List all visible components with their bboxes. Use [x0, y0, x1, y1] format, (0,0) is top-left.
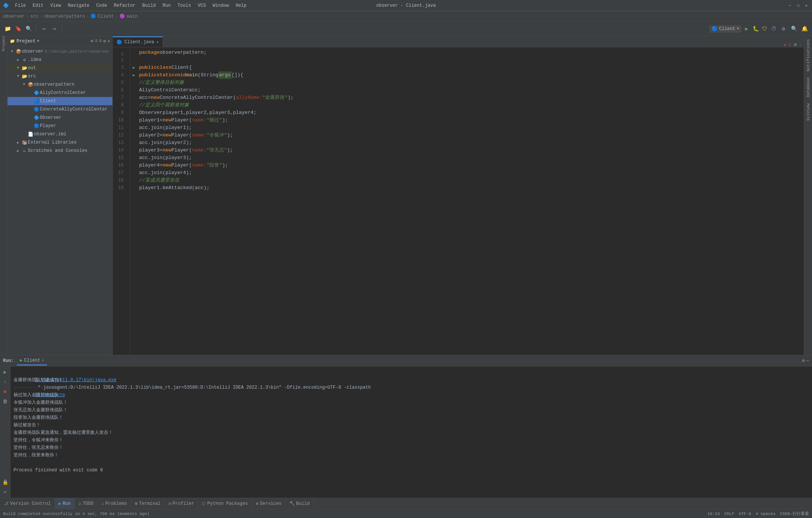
menu-item-file[interactable]: File [12, 2, 29, 9]
code-content[interactable]: package observerpattern; public class Cl… [138, 47, 804, 355]
close-button[interactable]: ✕ [804, 3, 809, 8]
code-line-14: player3 = new Player( name: "张无忌"); [138, 147, 804, 154]
status-branch[interactable]: CSDN·行行看看 [780, 511, 809, 516]
status-position[interactable]: 19:33 [707, 512, 720, 516]
run-config-arrow[interactable]: ▼ [737, 27, 739, 31]
locate-icon[interactable]: ⊕ [91, 38, 93, 44]
run-stop-button[interactable]: ■ [1, 388, 9, 396]
project-close-icon[interactable]: ✕ [108, 38, 110, 44]
breadcrumb-class[interactable]: Client [98, 14, 114, 19]
breadcrumb-src[interactable]: src [30, 14, 39, 19]
breadcrumb-method[interactable]: main [127, 14, 138, 19]
run-clear-button[interactable]: 🗑 [1, 397, 9, 406]
window-title: observer - Client.java [376, 3, 436, 8]
collapse-all-icon[interactable]: ≡ [99, 38, 102, 44]
profile-button[interactable]: ⏱ [770, 25, 777, 33]
toolbar-sep-1 [36, 25, 36, 33]
status-encoding[interactable]: CRLF [724, 512, 734, 516]
run-wrap-button[interactable]: ↩ [1, 488, 9, 496]
menu-item-code[interactable]: Code [93, 2, 110, 9]
tree-item-concrete[interactable]: 🔵 ConcreteAllyControlCenter [8, 105, 112, 114]
menu-item-vcs[interactable]: VCS [195, 2, 209, 9]
run-restart-button[interactable]: ▶ [1, 368, 9, 376]
tab-profiler[interactable]: ◷ Profiler [165, 498, 198, 509]
toolbar-search[interactable]: 🔍 [789, 24, 798, 33]
tab-problems-label: Problems [105, 501, 127, 506]
toolbar-settings[interactable]: ⚙ [779, 24, 788, 33]
toolbar-bookmark[interactable]: 🔖 [14, 24, 23, 33]
tree-item-root[interactable]: ▼ 📦 observer E:\design_pattern\observer [8, 47, 112, 56]
menu-item-window[interactable]: Window [210, 2, 232, 9]
menu-item-build[interactable]: Build [139, 2, 159, 9]
menu-item-navigate[interactable]: Navigate [65, 2, 92, 9]
tree-item-out[interactable]: ▼ 📂 out [8, 64, 112, 72]
project-icon[interactable]: Project [0, 38, 7, 49]
run-scroll-up-button[interactable]: ↑ [1, 378, 9, 386]
status-spaces[interactable]: 4 spaces [756, 512, 776, 516]
gutter-4[interactable]: ▶ [130, 71, 138, 79]
expand-all-icon[interactable]: ≡ [95, 38, 97, 44]
run-scroll-lock-button[interactable]: 🔒 [1, 478, 9, 486]
tab-python-packages[interactable]: ⬡ Python Packages [198, 498, 252, 509]
menu-item-edit[interactable]: Edit [30, 2, 47, 9]
tab-close-button[interactable]: ✕ [156, 40, 159, 44]
toolbar-find[interactable]: 🔍 [24, 24, 33, 33]
tree-item-player[interactable]: 🔵 Player [8, 122, 112, 130]
tree-item-ally[interactable]: 🔷 AllyControlCenter [8, 89, 112, 97]
notifications-panel-label[interactable]: Notifications [805, 36, 811, 74]
tree-item-iml[interactable]: 📄 observer.iml [8, 130, 112, 138]
title-bar: 🔷 FileEditViewNavigateCodeRefactorBuildR… [0, 0, 812, 11]
maximize-button[interactable]: ❐ [795, 3, 801, 8]
expand-editor-icon[interactable]: ⊞ [794, 42, 797, 47]
menu-item-run[interactable]: Run [159, 2, 174, 9]
tree-item-observer[interactable]: 🔷 Observer [8, 114, 112, 122]
sciview-panel-label[interactable]: SciView [805, 100, 811, 124]
breadcrumb-project[interactable]: observer [3, 14, 25, 19]
toolbar-notifications[interactable]: 🔔 [800, 24, 809, 33]
bottom-settings-icon[interactable]: ⚙ [802, 358, 805, 364]
editor-options-icon[interactable]: ⋮ [798, 42, 802, 47]
status-charset[interactable]: UTF-8 [739, 512, 751, 516]
run-button[interactable]: ▶ [743, 25, 750, 33]
client-label: Client [40, 98, 56, 104]
line-num-10: 10 [113, 117, 127, 124]
tab-version-control[interactable]: ⎇ Version Control [0, 498, 55, 509]
line-num-8: 8 [113, 101, 127, 109]
coverage-button[interactable]: 🛡 [761, 25, 768, 33]
toolbar-redo[interactable]: ↪ [50, 24, 59, 33]
minimize-button[interactable]: — [787, 3, 792, 8]
menu-item-tools[interactable]: Tools [174, 2, 194, 9]
run-config-name[interactable]: Client [719, 26, 735, 32]
tab-bar: 🔵 Client.java ✕ ▲ 1 ⊞ ⋮ [113, 36, 804, 47]
output-line-exit: Process finished with exit code 0 [14, 467, 809, 474]
tree-item-scratches[interactable]: ▶ ✏ Scratches and Consoles [8, 147, 112, 155]
debug-button[interactable]: 🐛 [752, 25, 759, 33]
gutter-3[interactable]: ▶ [130, 64, 138, 71]
line-num-6: 6 [113, 86, 127, 94]
tab-todo[interactable]: ☑ TODO [75, 498, 97, 509]
tree-item-src[interactable]: ▼ 📂 src [8, 72, 112, 80]
run-tab-client[interactable]: ▶ Client ✕ [17, 356, 47, 365]
database-panel-label[interactable]: Database [805, 74, 811, 100]
tree-item-extlib[interactable]: ▶ 📚 External Libraries [8, 138, 112, 147]
project-dropdown-arrow[interactable]: ▼ [37, 39, 39, 43]
tree-item-idea[interactable]: ▶ ⚙ .idea [8, 56, 112, 64]
menu-item-help[interactable]: Help [233, 2, 250, 9]
tree-item-client[interactable]: 🔵 Client [8, 97, 112, 105]
breadcrumb-package[interactable]: observerpattern [44, 14, 85, 19]
bottom-minimize-icon[interactable]: — [806, 358, 809, 364]
toolbar-project-view[interactable]: 📁 [3, 24, 12, 33]
tree-item-package[interactable]: ▼ 📦 observerpattern [8, 80, 112, 89]
tab-problems[interactable]: ⚠ Problems [98, 498, 131, 509]
tab-run[interactable]: ▶ Run [55, 498, 75, 509]
tab-services[interactable]: ⚙ Services [252, 498, 285, 509]
run-tab-close[interactable]: ✕ [42, 358, 44, 362]
project-settings-icon[interactable]: ⚙ [103, 38, 106, 44]
tab-terminal[interactable]: ⊞ Terminal [131, 498, 165, 509]
menu-item-view[interactable]: View [47, 2, 64, 9]
menu-item-refactor[interactable]: Refactor [111, 2, 139, 9]
editor-tab-client[interactable]: 🔵 Client.java ✕ [113, 36, 163, 47]
run-output[interactable]: D:\javajdk11.0.17\bin\java.exe "-javaage… [11, 367, 812, 498]
tab-build[interactable]: 🔨 Build [286, 498, 314, 509]
toolbar-undo[interactable]: ↩ [39, 24, 48, 33]
